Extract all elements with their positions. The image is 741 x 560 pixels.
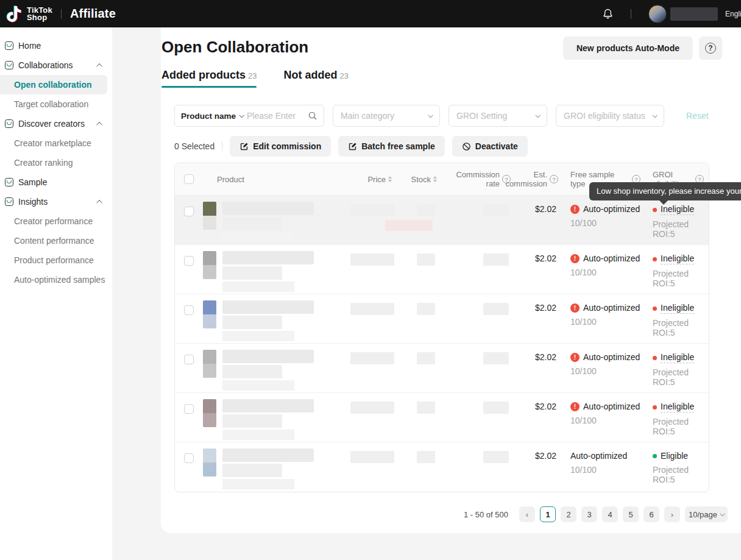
product-cell-redacted [203,294,344,343]
tiktok-note-icon [6,5,22,23]
projected-roi: Projected ROI:5 [653,219,704,239]
status-badge[interactable]: Ineligible [661,253,694,264]
pagination-range: 1 - 50 of 500 [464,510,508,519]
status-badge[interactable]: Ineligible [661,204,694,215]
est-commission-cell: $2.02 [517,442,564,492]
page-button-6[interactable]: 6 [644,506,659,522]
product-name-search-input[interactable]: Product name Please Enter [174,105,324,127]
sort-icon[interactable] [433,176,437,182]
product-cell-redacted [203,344,344,392]
sidebar-item-creator-performance[interactable]: Creator performance [0,211,112,231]
status-dot-icon [653,307,657,311]
notification-bell-icon[interactable] [602,8,614,19]
sidebar-item-creator-marketplace[interactable]: Creator marketplace [0,133,112,153]
table-row[interactable]: $2.02 ! Auto-optimized 10/100 Ineligible… [175,294,709,344]
tiktok-shop-logo[interactable]: TikTok Shop [0,5,52,23]
warning-icon[interactable]: ! [570,353,580,362]
groi-eligibility-cell: Ineligible Projected ROI:5 [647,393,709,442]
edit-icon [348,142,357,151]
sidebar-item-sample[interactable]: Sample [0,172,112,192]
commission-rate-cell-redacted [443,393,517,442]
sample-quota: 10/100 [570,317,640,327]
language-selector[interactable]: English [725,10,741,18]
product-text-redacted [222,448,314,492]
sidebar-item-target-collaboration[interactable]: Target collaboration [0,94,112,114]
deactivate-button[interactable]: Deactivate [452,136,528,157]
search-field-selector[interactable]: Product name [181,112,236,121]
warning-icon[interactable]: ! [570,303,580,313]
sidebar-item-insights[interactable]: Insights [0,192,112,211]
col-stock[interactable]: Stock [398,163,443,195]
page-button-5[interactable]: 5 [623,506,639,522]
tab-added-products[interactable]: Added products 23 [161,69,257,88]
sidebar-item-discover-creators[interactable]: Discover creators [0,114,112,133]
sample-quota: 10/100 [570,465,640,475]
batch-free-sample-button[interactable]: Batch free sample [338,136,445,157]
sort-icon[interactable] [388,176,392,182]
est-commission-cell: $2.02 [517,196,564,244]
product-text-redacted [222,251,314,294]
sidebar-item-home[interactable]: Home [0,36,112,55]
search-icon [308,111,317,121]
product-thumbnail [203,202,216,230]
status-dot-icon [653,454,657,458]
edit-commission-button[interactable]: Edit commission [230,136,331,157]
table-row[interactable]: $2.02 ! Auto-optimized 10/100 Ineligible… [175,344,709,393]
status-badge[interactable]: Eligible [661,451,688,461]
warning-icon[interactable]: ! [570,254,580,263]
row-checkbox[interactable] [184,453,194,463]
projected-roi: Projected ROI:5 [653,367,704,387]
help-icon[interactable]: ? [550,175,558,183]
chevron-down-icon [535,113,540,118]
sidebar-item-auto-optimized-samples[interactable]: Auto-optimized samples [0,270,112,289]
row-checkbox[interactable] [184,207,194,216]
question-mark-icon: ? [705,43,716,54]
price-cell-redacted [344,344,398,392]
table-row[interactable]: $2.02 ! Auto-optimized 10/100 Ineligible… [175,245,709,294]
tab-not-added[interactable]: Not added 23 [283,69,348,88]
warning-icon[interactable]: ! [570,205,580,214]
main-content: Open Collaboration New products Auto-Mod… [161,27,741,533]
warning-icon[interactable]: ! [570,402,580,411]
sidebar-item-content-performance[interactable]: Content performance [0,231,112,250]
user-avatar[interactable] [648,5,667,23]
groi-eligibility-status-select[interactable]: GROI eligibility status [556,105,664,127]
sidebar-item-product-performance[interactable]: Product performance [0,250,112,270]
row-checkbox[interactable] [184,355,194,364]
row-checkbox[interactable] [184,305,194,315]
sidebar-item-creator-ranking[interactable]: Creator ranking [0,153,112,172]
next-page-button[interactable]: › [664,506,680,522]
row-checkbox[interactable] [184,404,194,414]
reset-filters-link[interactable]: Reset [686,111,709,121]
select-all-checkbox[interactable] [184,174,194,184]
sidebar-item-open-collaboration[interactable]: Open collaboration [0,75,107,94]
status-badge[interactable]: Ineligible [661,402,694,413]
prev-page-button[interactable]: ‹ [519,506,535,522]
product-text-redacted [222,202,314,244]
edit-icon [239,142,249,151]
page-button-2[interactable]: 2 [561,506,576,522]
col-price[interactable]: Price [344,163,398,195]
main-category-select[interactable]: Main category [333,105,440,127]
page-help-button[interactable]: ? [699,37,722,60]
nav-box-icon [5,61,13,69]
status-badge[interactable]: Ineligible [661,303,694,314]
status-dot-icon [653,356,657,360]
status-dot-icon [653,257,657,261]
product-cell-redacted [203,393,344,442]
chevron-up-icon [96,63,102,69]
row-checkbox[interactable] [184,256,194,266]
status-dot-icon [653,405,657,409]
page-size-select[interactable]: 10/page [685,506,728,522]
page-button-3[interactable]: 3 [581,506,597,522]
sidebar-item-collaborations[interactable]: Collaborations [0,55,112,75]
status-badge[interactable]: Ineligible [661,352,694,363]
table-row[interactable]: $2.02 ! Auto-optimized 10/100 Ineligible… [175,196,709,245]
page-button-1[interactable]: 1 [540,506,556,522]
table-row[interactable]: $2.02 ! Auto-optimized 10/100 Ineligible… [175,393,709,442]
search-placeholder: Please Enter [247,111,304,121]
new-products-auto-mode-button[interactable]: New products Auto-Mode [563,37,693,60]
table-row[interactable]: $2.02 Auto-optimized 10/100 Eligible Pro… [175,442,709,492]
groi-setting-select[interactable]: GROI Setting [448,105,547,127]
page-button-4[interactable]: 4 [602,506,618,522]
